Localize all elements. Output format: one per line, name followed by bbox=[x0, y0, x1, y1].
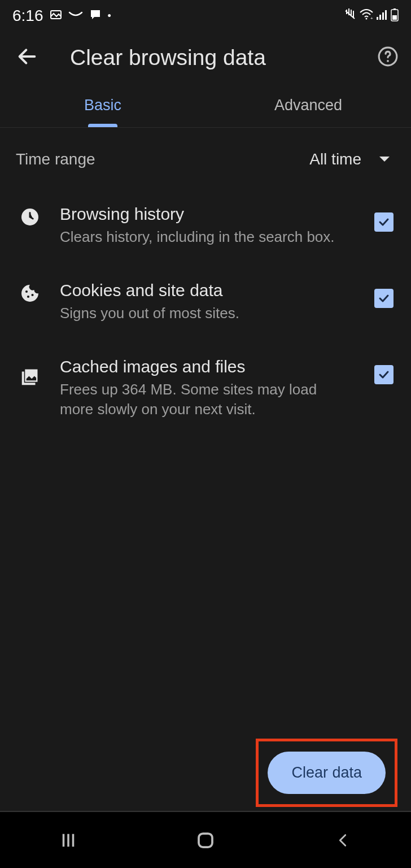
clear-data-label: Clear data bbox=[291, 764, 362, 781]
vibrate-icon bbox=[343, 8, 357, 23]
svg-point-11 bbox=[387, 60, 389, 62]
checkbox-cache[interactable] bbox=[373, 357, 395, 384]
svg-rect-5 bbox=[382, 12, 384, 20]
dot-icon: • bbox=[108, 11, 111, 21]
svg-rect-8 bbox=[393, 8, 396, 10]
battery-icon bbox=[391, 8, 399, 24]
status-left: 6:16 • bbox=[12, 7, 111, 25]
svg-rect-18 bbox=[199, 834, 212, 847]
nav-recents[interactable] bbox=[40, 823, 97, 857]
svg-point-15 bbox=[31, 294, 33, 296]
svg-rect-6 bbox=[385, 10, 387, 20]
page-title: Clear browsing data bbox=[70, 45, 377, 70]
option-title: Cached images and files bbox=[60, 357, 348, 376]
svg-text:+: + bbox=[370, 16, 373, 20]
option-title: Cookies and site data bbox=[60, 281, 348, 300]
status-time: 6:16 bbox=[12, 7, 43, 25]
status-right: + bbox=[343, 8, 399, 24]
annotation-highlight: Clear data bbox=[256, 739, 397, 807]
tab-advanced[interactable]: Advanced bbox=[206, 84, 411, 127]
app-bar: Clear browsing data bbox=[0, 32, 411, 84]
status-bar: 6:16 • + bbox=[0, 0, 411, 32]
clock-icon bbox=[16, 205, 44, 227]
tabs: Basic Advanced bbox=[0, 84, 411, 128]
nav-back[interactable] bbox=[314, 823, 371, 857]
option-desc: Signs you out of most sites. bbox=[60, 303, 348, 323]
android-nav-bar bbox=[0, 811, 411, 868]
amazon-icon bbox=[68, 10, 83, 21]
back-button[interactable] bbox=[16, 45, 38, 70]
option-desc: Frees up 364 MB. Some sites may load mor… bbox=[60, 380, 348, 419]
time-range-row[interactable]: Time range All time bbox=[0, 150, 411, 188]
svg-point-1 bbox=[366, 18, 368, 20]
tab-basic[interactable]: Basic bbox=[0, 84, 206, 127]
help-button[interactable] bbox=[377, 46, 399, 70]
option-title: Browsing history bbox=[60, 205, 348, 224]
option-desc: Clears history, including in the search … bbox=[60, 227, 348, 247]
option-browsing-history[interactable]: Browsing history Clears history, includi… bbox=[0, 188, 411, 264]
option-cache[interactable]: Cached images and files Frees up 364 MB.… bbox=[0, 340, 411, 436]
checkbox-cookies[interactable] bbox=[373, 281, 395, 308]
tab-basic-label: Basic bbox=[84, 97, 121, 114]
svg-rect-9 bbox=[392, 15, 397, 20]
clear-data-button[interactable]: Clear data bbox=[268, 752, 386, 794]
cookie-icon bbox=[16, 281, 44, 303]
signal-icon bbox=[376, 9, 388, 23]
content: Time range All time Browsing history Cle… bbox=[0, 128, 411, 436]
photo-icon bbox=[49, 8, 63, 24]
footer: Clear data bbox=[0, 727, 411, 810]
nav-home[interactable] bbox=[177, 823, 234, 857]
svg-point-13 bbox=[25, 290, 28, 293]
time-range-dropdown[interactable]: All time bbox=[309, 150, 395, 168]
image-stack-icon bbox=[16, 357, 44, 388]
svg-point-14 bbox=[27, 296, 29, 298]
chat-icon bbox=[89, 8, 102, 24]
svg-rect-4 bbox=[379, 15, 381, 20]
time-range-label: Time range bbox=[16, 150, 95, 168]
svg-rect-3 bbox=[377, 17, 378, 20]
time-range-value: All time bbox=[309, 150, 361, 168]
chevron-down-icon bbox=[378, 155, 391, 163]
wifi-icon: + bbox=[359, 9, 374, 23]
checkbox-history[interactable] bbox=[373, 205, 395, 232]
tab-advanced-label: Advanced bbox=[274, 97, 342, 114]
option-cookies[interactable]: Cookies and site data Signs you out of m… bbox=[0, 264, 411, 340]
